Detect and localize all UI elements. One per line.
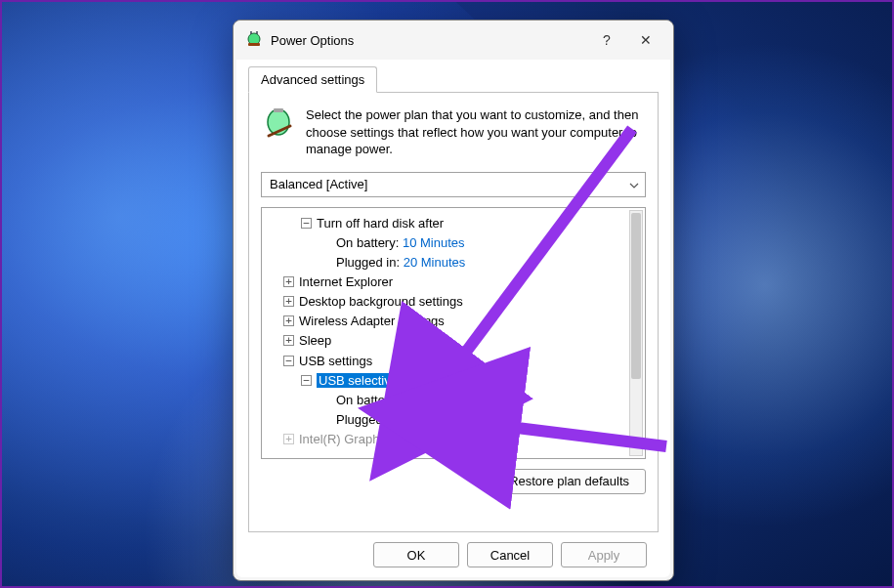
tree-value-hd-plugged[interactable]: Plugged in: 20 Minutes — [266, 253, 641, 273]
tree-item-ie[interactable]: +Internet Explorer — [266, 273, 641, 292]
scrollbar-thumb[interactable] — [631, 213, 641, 379]
dialog-footer: OK Cancel Apply — [248, 532, 659, 567]
expand-icon[interactable]: + — [283, 335, 294, 346]
cancel-button[interactable]: Cancel — [467, 542, 553, 567]
collapse-icon[interactable]: − — [283, 356, 294, 366]
help-button[interactable]: ? — [587, 24, 626, 56]
svg-rect-5 — [274, 108, 283, 112]
expand-icon[interactable]: + — [283, 434, 294, 444]
settings-tree[interactable]: −Turn off hard disk after On battery: 10… — [261, 207, 646, 459]
collapse-icon[interactable]: − — [301, 375, 312, 386]
tree-value-usb-battery[interactable]: On battery: Enabled — [266, 391, 641, 410]
svg-rect-1 — [248, 43, 260, 46]
tree-item-graphics[interactable]: +Intel(R) Graphics Settings — [266, 430, 641, 449]
description-text: Select the power plan that you want to c… — [306, 106, 646, 158]
tree-item-usb[interactable]: −USB settings — [266, 352, 641, 371]
scrollbar[interactable] — [629, 210, 643, 456]
collapse-icon[interactable]: − — [301, 218, 312, 229]
apply-button: Apply — [561, 542, 647, 567]
tree-value-usb-plugged[interactable]: Plugged in: Enabled — [266, 410, 641, 430]
tab-strip: Advanced settings — [248, 65, 659, 93]
tree-item-usb-selective[interactable]: −USB selective suspend setting — [266, 371, 641, 391]
chevron-down-icon — [629, 177, 639, 191]
titlebar[interactable]: Power Options ? ✕ — [234, 21, 673, 60]
power-plug-icon — [245, 31, 263, 49]
tab-advanced-settings[interactable]: Advanced settings — [248, 66, 377, 93]
close-icon: ✕ — [640, 32, 652, 48]
tab-panel: Select the power plan that you want to c… — [248, 93, 659, 532]
tree-item-desktop-bg[interactable]: +Desktop background settings — [266, 292, 641, 312]
close-button[interactable]: ✕ — [626, 24, 665, 56]
tree-item-hard-disk[interactable]: −Turn off hard disk after — [266, 214, 641, 233]
window-title: Power Options — [271, 33, 587, 48]
tree-value-hd-battery[interactable]: On battery: 10 Minutes — [266, 233, 641, 253]
expand-icon[interactable]: + — [283, 276, 294, 287]
power-plan-dropdown[interactable]: Balanced [Active] — [261, 172, 646, 197]
ok-button[interactable]: OK — [373, 542, 459, 567]
restore-defaults-button[interactable]: Restore plan defaults — [492, 469, 646, 494]
tree-item-sleep[interactable]: +Sleep — [266, 331, 641, 351]
power-options-dialog: Power Options ? ✕ Advanced settings Sele… — [233, 20, 674, 581]
expand-icon[interactable]: + — [283, 315, 294, 326]
expand-icon[interactable]: + — [283, 296, 294, 307]
dropdown-selected: Balanced [Active] — [270, 177, 367, 191]
dialog-body: Advanced settings Select the power plan … — [236, 60, 670, 577]
battery-icon — [261, 106, 296, 158]
tree-item-wireless[interactable]: +Wireless Adapter Settings — [266, 312, 641, 331]
